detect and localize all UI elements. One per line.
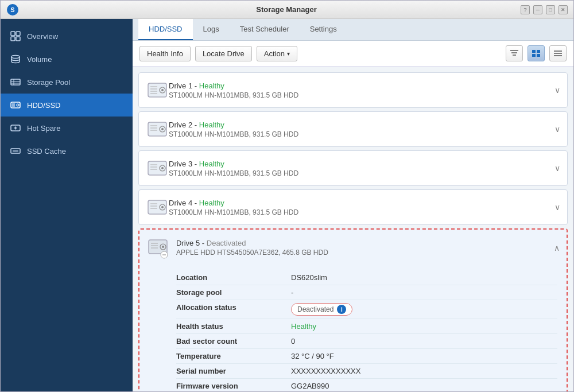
drive-header-2[interactable]: Drive 2 - Healthy ST1000LM HN-M101MBB, 9… (139, 112, 567, 146)
drive-sub-4: ST1000LM HN-M101MBB, 931.5 GB HDD (169, 208, 554, 216)
drive-item-3: Drive 3 - Healthy ST1000LM HN-M101MBB, 9… (138, 150, 568, 186)
drive-info-1: Drive 1 - Healthy ST1000LM HN-M101MBB, 9… (169, 81, 554, 99)
chevron-down-icon-2: ∨ (554, 125, 560, 134)
title-bar: S Storage Manager ? ─ □ ✕ (1, 1, 573, 19)
svg-rect-45 (148, 161, 166, 175)
deactivated-overlay-icon (160, 251, 168, 259)
lines-icon (553, 49, 563, 57)
detail-allocation-status: Allocation status Deactivated i (176, 300, 557, 319)
health-info-button[interactable]: Health Info (139, 46, 191, 61)
svg-rect-39 (148, 122, 166, 136)
drive-list: Drive 1 - Healthy ST1000LM HN-M101MBB, 9… (133, 67, 573, 391)
drive-name-3: Drive 3 - Healthy (169, 160, 554, 168)
drive-icon-2 (146, 118, 169, 141)
drive-status-2: Healthy (199, 121, 224, 129)
svg-rect-3 (16, 32, 20, 36)
svg-point-6 (11, 56, 20, 59)
svg-rect-51 (148, 200, 166, 214)
sidebar-item-ssd-cache[interactable]: SSD Cache (1, 139, 133, 162)
sidebar-label-storage-pool: Storage Pool (27, 78, 70, 87)
drive-item-4: Drive 4 - Healthy ST1000LM HN-M101MBB, 9… (138, 189, 568, 225)
svg-point-47 (161, 167, 164, 169)
drive-name-4: Drive 4 - Healthy (169, 199, 554, 207)
sidebar-item-overview[interactable]: Overview (1, 25, 133, 48)
svg-point-59 (162, 246, 164, 248)
drive-icon-3 (146, 157, 169, 180)
sidebar-label-hot-spare: Hot Spare (27, 124, 61, 133)
tab-test-scheduler[interactable]: Test Scheduler (230, 19, 300, 40)
svg-rect-28 (537, 54, 540, 57)
svg-point-34 (161, 89, 164, 91)
hdd-icon (10, 99, 21, 111)
detail-temperature: Temperature 32 °C / 90 °F (176, 349, 557, 364)
window-controls: ? ─ □ ✕ (521, 5, 568, 14)
action-dropdown-icon: ▾ (287, 51, 290, 57)
layers-icon (10, 53, 21, 65)
drive-sub-1: ST1000LM HN-M101MBB, 931.5 GB HDD (169, 91, 554, 99)
sidebar-item-storage-pool[interactable]: Storage Pool (1, 71, 133, 94)
svg-rect-9 (11, 79, 20, 85)
drive-info-5: Drive 5 - Deactivated APPLE HDD HTS54505… (176, 239, 554, 257)
drive-header-5[interactable]: Drive 5 - Deactivated APPLE HDD HTS54505… (139, 230, 567, 266)
drive-header-4[interactable]: Drive 4 - Healthy ST1000LM HN-M101MBB, 9… (139, 190, 567, 224)
list-view-button[interactable] (549, 45, 567, 61)
drive-header-3[interactable]: Drive 3 - Healthy ST1000LM HN-M101MBB, 9… (139, 151, 567, 185)
close-button[interactable]: ✕ (559, 5, 568, 14)
drive-header-1[interactable]: Drive 1 - Healthy ST1000LM HN-M101MBB, 9… (139, 73, 567, 107)
list-icon (532, 49, 541, 57)
sidebar-label-overview: Overview (27, 32, 58, 41)
sidebar-label-ssd-cache: SSD Cache (27, 147, 66, 156)
svg-point-14 (17, 104, 19, 106)
sidebar-label-hdd-ssd: HDD/SSD (27, 101, 61, 110)
filter-button[interactable] (506, 45, 523, 61)
toolbar: Health Info Locate Drive Action ▾ (133, 41, 573, 67)
drive-status-5: Deactivated (207, 239, 246, 247)
svg-point-53 (161, 206, 164, 208)
svg-rect-26 (537, 50, 540, 53)
grid-view-button[interactable] (528, 45, 545, 61)
sidebar-item-hdd-ssd[interactable]: HDD/SSD (1, 94, 133, 117)
svg-point-41 (161, 128, 164, 130)
app-icon: S (6, 3, 19, 16)
drive-status-1: Healthy (199, 81, 224, 90)
svg-rect-32 (148, 83, 166, 97)
drive-icon-4 (146, 196, 169, 219)
grid-icon (10, 30, 21, 42)
health-status-value: Healthy (291, 322, 316, 331)
sidebar: Overview Volume (1, 19, 133, 391)
chevron-down-icon-4: ∨ (554, 203, 560, 212)
detail-firmware: Firmware version GG2AB990 (176, 379, 557, 391)
drive-sub-2: ST1000LM HN-M101MBB, 931.5 GB HDD (169, 130, 554, 138)
svg-text:S: S (10, 6, 14, 13)
action-button[interactable]: Action ▾ (257, 46, 297, 61)
sidebar-item-volume[interactable]: Volume (1, 48, 133, 71)
sidebar-item-hot-spare[interactable]: Hot Spare (1, 117, 133, 139)
tab-hdd-ssd[interactable]: HDD/SSD (138, 19, 193, 40)
drive-sub-5: APPLE HDD HTS545050A7E362, 465.8 GB HDD (176, 249, 554, 257)
help-button[interactable]: ? (521, 5, 530, 14)
drive-name-2: Drive 2 - Healthy (169, 121, 554, 129)
minimize-button[interactable]: ─ (533, 5, 542, 14)
pool-icon (10, 76, 21, 88)
info-icon[interactable]: i (337, 305, 346, 314)
drive-sub-3: ST1000LM HN-M101MBB, 931.5 GB HDD (169, 169, 554, 177)
drive-details-5: Location DS620slim Storage pool - Alloca… (139, 266, 567, 391)
drive-item-5: Drive 5 - Deactivated APPLE HDD HTS54505… (138, 228, 568, 391)
svg-rect-19 (11, 149, 20, 153)
ssd-icon (10, 145, 21, 157)
svg-rect-4 (11, 37, 15, 41)
maximize-button[interactable]: □ (546, 5, 555, 14)
locate-drive-button[interactable]: Locate Drive (195, 46, 252, 61)
drive-info-3: Drive 3 - Healthy ST1000LM HN-M101MBB, 9… (169, 160, 554, 177)
detail-serial-number: Serial number XXXXXXXXXXXXXX (176, 364, 557, 379)
detail-health-status: Health status Healthy (176, 319, 557, 334)
svg-rect-25 (532, 50, 536, 53)
tab-settings[interactable]: Settings (300, 19, 347, 40)
svg-rect-27 (532, 54, 536, 57)
main-window: S Storage Manager ? ─ □ ✕ (0, 0, 574, 392)
chevron-up-icon-5: ∧ (554, 243, 560, 253)
drive-status-4: Healthy (199, 199, 224, 207)
window-title: Storage Manager (52, 5, 521, 14)
filter-icon (510, 49, 519, 57)
tab-logs[interactable]: Logs (193, 19, 230, 40)
